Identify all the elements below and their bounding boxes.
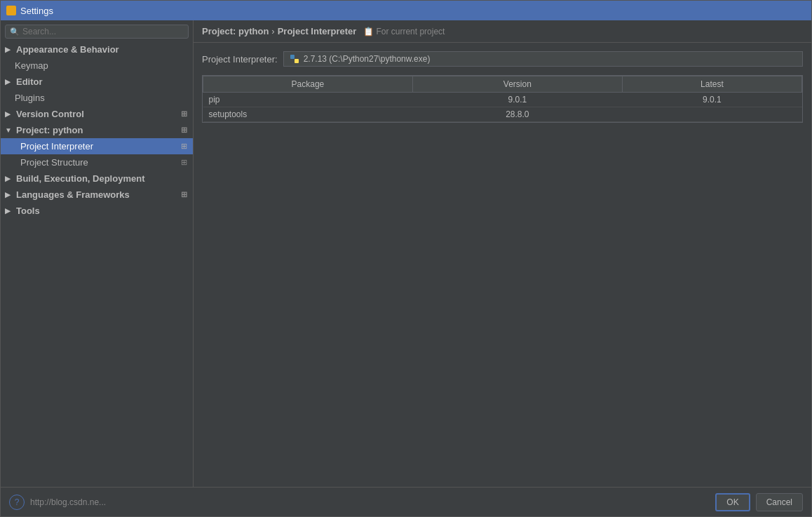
dialog-title: Settings (20, 6, 53, 16)
sidebar-item-label: Project Structure (20, 157, 88, 168)
footer-right: OK Cancel (715, 493, 803, 511)
col-latest: Latest (622, 76, 801, 93)
footer-left: ? http://blog.csdn.ne... (9, 495, 106, 510)
main-content: Project: python › Project Interpreter 📋 … (194, 20, 811, 487)
sidebar-item-label: Project Interpreter (20, 141, 93, 152)
packages-table: Package Version Latest pip 9.0.1 9.0.1 (203, 76, 802, 122)
app-icon (6, 6, 16, 15)
chevron-icon: ▼ (5, 126, 13, 134)
for-project-icon: 📋 (363, 27, 374, 36)
breadcrumb-page: Project Interpreter (278, 26, 357, 36)
python-icon (290, 54, 299, 64)
settings-page-icon: ⊞ (181, 126, 187, 135)
package-latest: 9.0.1 (622, 93, 801, 107)
interpreter-row: Project Interpreter: 2.7.13 (C:\Python27… (202, 51, 803, 67)
sidebar-item-version-control[interactable]: ▶ Version Control ⊞ (1, 106, 193, 122)
breadcrumb: Project: python › Project Interpreter 📋 … (194, 20, 811, 43)
sidebar-item-project-interpreter[interactable]: Project Interpreter ⊞ (1, 138, 193, 154)
ok-button[interactable]: OK (715, 493, 750, 511)
col-version: Version (412, 76, 622, 93)
sidebar-item-label: Keymap (15, 60, 48, 71)
sidebar-item-tools[interactable]: ▶ Tools (1, 203, 193, 219)
sidebar-item-label: Appearance & Behavior (16, 44, 119, 55)
sidebar-item-languages[interactable]: ▶ Languages & Frameworks ⊞ (1, 187, 193, 203)
for-project-label: 📋 For current project (363, 27, 445, 36)
package-version: 28.8.0 (412, 107, 622, 122)
interpreter-value-box[interactable]: 2.7.13 (C:\Python27\pythonw.exe) (283, 51, 803, 67)
sidebar-item-label: Languages & Frameworks (16, 189, 130, 200)
search-icon: 🔍 (10, 27, 20, 36)
sidebar-item-project-python[interactable]: ▼ Project: python ⊞ (1, 122, 193, 138)
sidebar-item-plugins[interactable]: Plugins (1, 90, 193, 106)
chevron-icon: ▶ (5, 110, 13, 118)
table-row[interactable]: setuptools 28.8.0 (203, 107, 802, 122)
dialog-body: 🔍 ▶ Appearance & Behavior Keymap ▶ Edito… (1, 20, 811, 487)
sidebar-item-project-structure[interactable]: Project Structure ⊞ (1, 154, 193, 170)
table-row[interactable]: pip 9.0.1 9.0.1 (203, 93, 802, 107)
sidebar-item-label: Version Control (16, 109, 84, 119)
sidebar-item-label: Plugins (15, 93, 45, 103)
sidebar-item-label: Build, Execution, Deployment (16, 173, 144, 184)
breadcrumb-separator: › (271, 26, 274, 36)
sidebar-item-editor[interactable]: ▶ Editor (1, 74, 193, 90)
package-name: pip (203, 93, 413, 107)
settings-page-icon: ⊞ (181, 158, 187, 167)
chevron-icon: ▶ (5, 46, 13, 53)
chevron-icon: ▶ (5, 175, 13, 182)
interpreter-path: 2.7.13 (C:\Python27\pythonw.exe) (304, 54, 431, 64)
settings-page-icon: ⊞ (181, 109, 187, 119)
svg-rect-0 (290, 55, 295, 59)
sidebar-item-keymap[interactable]: Keymap (1, 58, 193, 74)
sidebar-item-appearance[interactable]: ▶ Appearance & Behavior (1, 41, 193, 58)
package-name: setuptools (203, 107, 413, 122)
sidebar-item-label: Project: python (16, 125, 83, 135)
chevron-icon: ▶ (5, 207, 13, 215)
cancel-button[interactable]: Cancel (756, 493, 803, 511)
package-version: 9.0.1 (412, 93, 622, 107)
help-button[interactable]: ? (9, 495, 25, 510)
chevron-icon: ▶ (5, 191, 13, 199)
packages-table-wrapper: Package Version Latest pip 9.0.1 9.0.1 (202, 75, 803, 123)
sidebar-item-label: Editor (16, 76, 43, 87)
chevron-icon: ▶ (5, 78, 13, 86)
search-input[interactable] (22, 27, 184, 36)
settings-page-icon: ⊞ (181, 190, 187, 199)
svg-rect-1 (295, 59, 299, 63)
sidebar-item-label: Tools (16, 206, 40, 216)
sidebar: 🔍 ▶ Appearance & Behavior Keymap ▶ Edito… (1, 20, 194, 487)
dialog-footer: ? http://blog.csdn.ne... OK Cancel (1, 487, 811, 516)
settings-page-icon: ⊞ (181, 142, 187, 151)
content-area: Project Interpreter: 2.7.13 (C:\Python27… (194, 43, 811, 487)
footer-url: http://blog.csdn.ne... (30, 497, 106, 507)
search-box[interactable]: 🔍 (5, 25, 189, 39)
col-package: Package (203, 76, 413, 93)
settings-dialog: Settings 🔍 ▶ Appearance & Behavior Keyma… (0, 0, 812, 517)
title-bar: Settings (1, 1, 811, 20)
package-latest (622, 107, 801, 122)
breadcrumb-project: Project: python (202, 26, 269, 36)
sidebar-item-build[interactable]: ▶ Build, Execution, Deployment (1, 170, 193, 187)
for-project-text: For current project (376, 27, 445, 36)
interpreter-label: Project Interpreter: (202, 54, 278, 65)
